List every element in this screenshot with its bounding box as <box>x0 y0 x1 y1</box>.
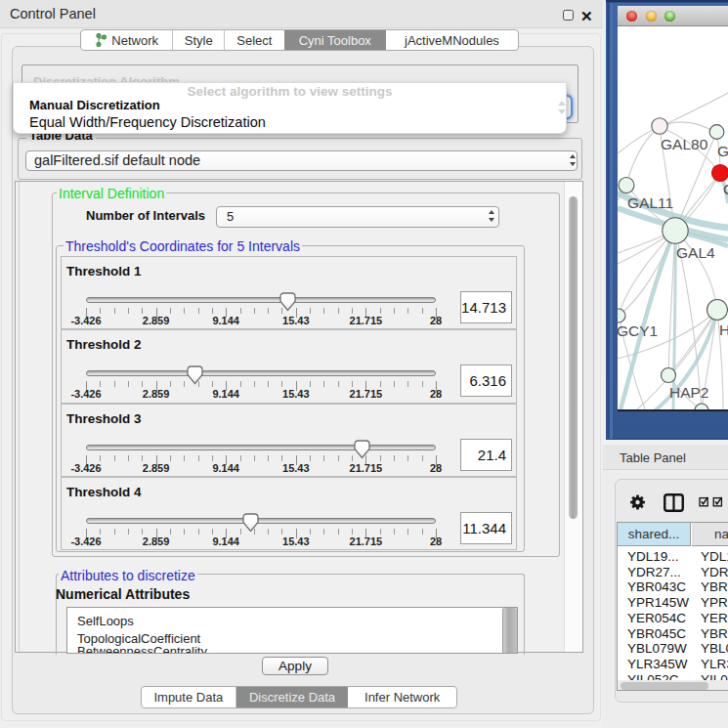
svg-text:GCY1: GCY1 <box>618 322 658 339</box>
svg-text:GA: GA <box>717 143 728 159</box>
svg-text:HAP2: HAP2 <box>669 384 709 401</box>
svg-text:H: H <box>719 321 728 338</box>
svg-text:GAL11: GAL11 <box>627 194 673 211</box>
svg-text:GAL4: GAL4 <box>676 244 715 261</box>
svg-text:C: C <box>723 181 728 197</box>
svg-text:GAL80: GAL80 <box>661 136 708 152</box>
